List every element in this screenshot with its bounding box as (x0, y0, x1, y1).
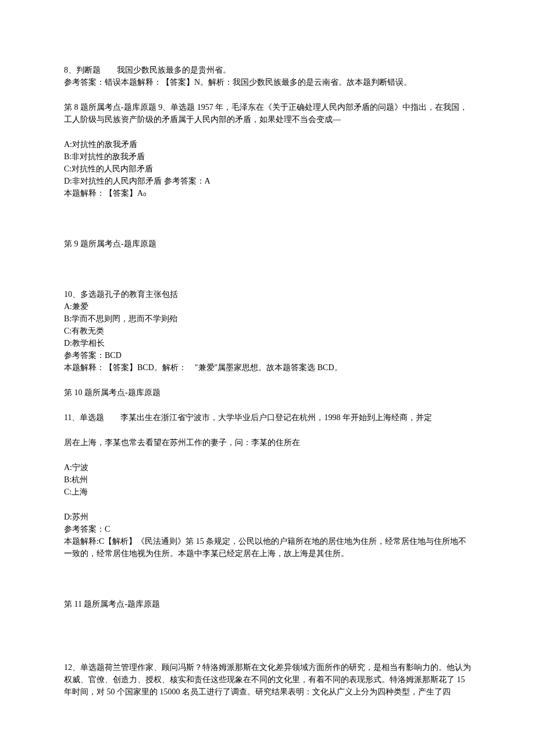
q9-option-b: B:非对抗性的敌我矛盾 (64, 151, 471, 163)
q11-option-b: B:杭州 (64, 474, 471, 486)
q11-answer: 参考答案：C (64, 523, 471, 535)
q9-explain: 本题解释：【答案】A₀ (64, 187, 471, 199)
q11-explain: 本题解释:C【解析】《民法通则》第 15 条规定，公民以他的户籍所在地的居住地为… (64, 535, 471, 560)
q9-intro: 第 8 题所属考点-题库原题 9、单选题 1957 年，毛泽东在《关于正确处理人… (64, 101, 471, 126)
q8-question: 8、判断题 我国少数民族最多的是贵州省。 (64, 64, 471, 76)
q9-option-a: A:对抗性的敌我矛盾 (64, 138, 471, 151)
q10-option-d: D:教学相长 (64, 337, 471, 349)
q11-footer: 第 11 题所属考点-题库原题 (64, 598, 471, 610)
q8-answer: 参考答案：错误本题解释：【答案】N。解析：我国少数民族最多的是云南省。故本题判断… (64, 76, 471, 88)
q10-option-b: B:学而不思则罔，思而不学则殆 (64, 313, 471, 325)
q10-option-a: A:兼爱 (64, 300, 471, 313)
q11-option-d: D:苏州 (64, 511, 471, 523)
q10-answer: 参考答案：BCD (64, 349, 471, 361)
q9-option-c: C:对抗性的人民内部矛盾 (64, 163, 471, 175)
q9-option-d: D:非对抗性的人民内部矛盾 参考答案：A (64, 175, 471, 187)
q11-question-part1: 11、单选题 李某出生在浙江省宁波市，大学毕业后户口登记在杭州，1998 年开始… (64, 411, 471, 424)
q9-footer: 第 9 题所属考点-题库原题 (64, 238, 471, 250)
document-page: 8、判断题 我国少数民族最多的是贵州省。 参考答案：错误本题解释：【答案】N。解… (0, 0, 535, 733)
q11-option-a: A:宁波 (64, 461, 471, 474)
q10-question: 10、多选题孔子的教育主张包括 (64, 288, 471, 300)
q11-option-c: C:上海 (64, 486, 471, 498)
q11-question-part2: 居在上海，李某也常去看望在苏州工作的妻子，问：李某的住所在 (64, 436, 471, 449)
q12-question: 12、单选题荷兰管理作家、顾问冯斯？特洛姆派那斯在文化差异领域方面所作的研究，是… (64, 661, 471, 698)
q10-explain: 本题解释：【答案】BCD。解析： "兼爱"属墨家思想。故本题答案选 BCD。 (64, 361, 471, 374)
q10-footer: 第 10 题所属考点-题库原题 (64, 386, 471, 399)
q10-option-c: C:有教无类 (64, 325, 471, 337)
